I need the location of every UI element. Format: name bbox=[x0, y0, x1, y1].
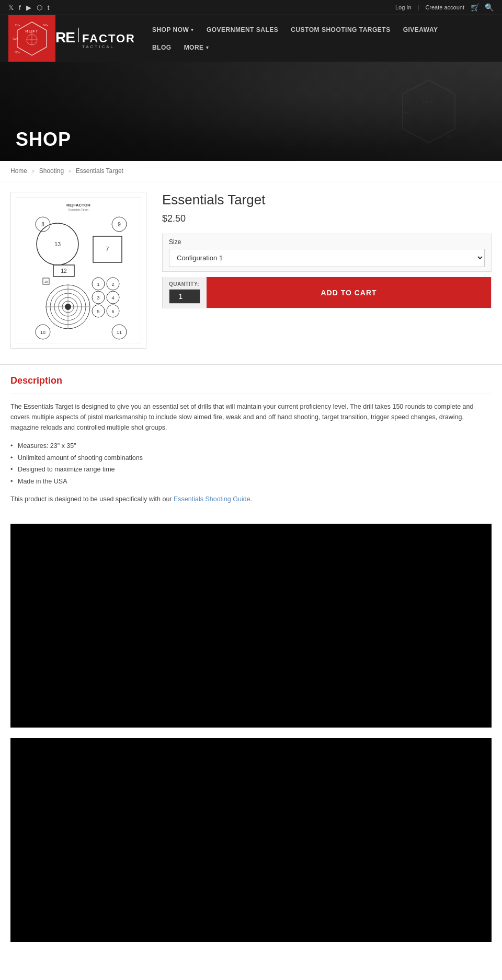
list-item: Measures: 23" x 35" bbox=[10, 440, 492, 452]
size-label: Size bbox=[169, 238, 485, 246]
svg-text:Essentials Target: Essentials Target bbox=[69, 208, 89, 211]
breadcrumb-sep-2: › bbox=[69, 167, 71, 175]
list-item: Made in the USA bbox=[10, 476, 492, 488]
size-select[interactable]: Configuration 1 Configuration 2 bbox=[169, 249, 485, 267]
svg-text:8: 8 bbox=[41, 222, 44, 227]
svg-text:NO₂: NO₂ bbox=[446, 134, 453, 138]
tumblr-icon[interactable]: t bbox=[48, 4, 50, 11]
nav-blog[interactable]: BLOG bbox=[146, 39, 178, 56]
add-to-cart-row: QUANTITY: ADD TO CART bbox=[162, 277, 492, 308]
product-image-box[interactable]: RE|FACTOR Essentials Target 13 8 9 7 bbox=[10, 192, 146, 349]
nav-giveaway[interactable]: GIVEAWAY bbox=[397, 21, 444, 39]
logo-text: RE FACTOR TACTICAL bbox=[55, 28, 135, 49]
logo-re: RE bbox=[55, 29, 75, 46]
svg-text:12: 12 bbox=[61, 268, 67, 274]
logo-area[interactable]: RE|FT CH₃ NO₂ O₂N NO₂ RE FACTOR TACTICAL bbox=[8, 15, 135, 62]
twitter-icon[interactable]: 𝕏 bbox=[8, 4, 14, 11]
svg-text:RE|FT: RE|FT bbox=[25, 29, 38, 33]
nav-row-2: BLOG MORE ▾ bbox=[146, 39, 494, 56]
essentials-guide-link[interactable]: Essentials Shooting Guide bbox=[174, 495, 250, 503]
svg-text:O₂N: O₂N bbox=[13, 37, 18, 40]
create-account-link[interactable]: Create account bbox=[425, 4, 464, 10]
nav-government-sales[interactable]: GOVERNMENT SALES bbox=[200, 21, 284, 39]
svg-text:NO₂: NO₂ bbox=[15, 51, 20, 54]
description-heading: Description bbox=[10, 375, 492, 386]
quantity-label: QUANTITY: bbox=[169, 281, 200, 287]
hero-banner: RE|FT CH₃ NO₂ O₂N NO₂ SHOP bbox=[0, 62, 502, 161]
svg-text:1: 1 bbox=[97, 282, 99, 287]
account-area: Log In | Create account 🛒 🔍 bbox=[395, 3, 494, 11]
logo-factor: FACTOR bbox=[82, 32, 135, 45]
list-item: Unlimited amount of shooting combination… bbox=[10, 452, 492, 464]
description-body: The Essentials Target is designed to giv… bbox=[10, 401, 492, 433]
svg-text:NO₂: NO₂ bbox=[43, 24, 48, 27]
note-prefix: This product is designed to be used spec… bbox=[10, 495, 174, 503]
svg-text:3: 3 bbox=[97, 295, 99, 301]
cart-search-icons: 🛒 🔍 bbox=[471, 3, 494, 11]
description-list: Measures: 23" x 35" Unlimited amount of … bbox=[10, 440, 492, 487]
hero-title: SHOP bbox=[0, 118, 87, 161]
login-link[interactable]: Log In bbox=[395, 4, 412, 10]
breadcrumb: Home › Shooting › Essentials Target bbox=[0, 161, 502, 181]
add-to-cart-button[interactable]: ADD TO CART bbox=[207, 277, 491, 308]
cart-icon[interactable]: 🛒 bbox=[471, 3, 480, 11]
top-bar: 𝕏 f ▶ ⬡ t Log In | Create account 🛒 🔍 bbox=[0, 0, 502, 15]
svg-text:NO₂: NO₂ bbox=[446, 87, 453, 91]
product-title: Essentials Target bbox=[162, 192, 492, 208]
svg-text:4: 4 bbox=[111, 295, 114, 301]
svg-text:RE|FT: RE|FT bbox=[423, 100, 435, 105]
chevron-down-icon: ▾ bbox=[191, 27, 194, 32]
breadcrumb-sep-1: › bbox=[32, 167, 34, 175]
description-section: Description The Essentials Target is des… bbox=[0, 364, 502, 513]
logo-box: RE|FT CH₃ NO₂ O₂N NO₂ bbox=[8, 15, 55, 62]
product-details: Essentials Target $2.50 Size Configurati… bbox=[162, 192, 492, 349]
quantity-section: QUANTITY: bbox=[163, 277, 207, 308]
logo-tactical: TACTICAL bbox=[82, 44, 135, 49]
main-content: RE|FACTOR Essentials Target 13 8 9 7 bbox=[0, 181, 502, 359]
nav-container: SHOP NOW ▾ GOVERNMENT SALES CUSTOM SHOOT… bbox=[146, 21, 494, 56]
breadcrumb-shooting[interactable]: Shooting bbox=[39, 167, 64, 175]
svg-text:11: 11 bbox=[117, 330, 122, 335]
nav-row-1: SHOP NOW ▾ GOVERNMENT SALES CUSTOM SHOOT… bbox=[146, 21, 494, 39]
nav-more[interactable]: MORE ▾ bbox=[178, 39, 215, 56]
nav-custom-shooting-targets[interactable]: CUSTOM SHOOTING TARGETS bbox=[284, 21, 396, 39]
separator: | bbox=[418, 4, 419, 10]
list-item: Designed to maximize range time bbox=[10, 464, 492, 476]
svg-text:10: 10 bbox=[40, 330, 45, 335]
svg-text:5: 5 bbox=[97, 309, 99, 314]
breadcrumb-current: Essentials Target bbox=[76, 167, 123, 175]
hero-watermark: RE|FT CH₃ NO₂ O₂N NO₂ bbox=[397, 77, 460, 145]
svg-text:13: 13 bbox=[54, 241, 61, 247]
svg-text:RE|FACTOR: RE|FACTOR bbox=[66, 203, 90, 207]
product-image-area: RE|FACTOR Essentials Target 13 8 9 7 bbox=[10, 192, 146, 349]
svg-text:9: 9 bbox=[118, 222, 121, 227]
svg-text:2: 2 bbox=[111, 282, 114, 287]
svg-text:7: 7 bbox=[106, 246, 109, 253]
facebook-icon[interactable]: f bbox=[19, 4, 21, 11]
svg-rect-15 bbox=[16, 197, 141, 343]
social-icons: 𝕏 f ▶ ⬡ t bbox=[8, 4, 49, 11]
nav-shop-now[interactable]: SHOP NOW ▾ bbox=[146, 21, 200, 39]
breadcrumb-home[interactable]: Home bbox=[10, 167, 27, 175]
chevron-down-icon-more: ▾ bbox=[206, 45, 209, 50]
svg-text:CH₃: CH₃ bbox=[15, 24, 19, 27]
youtube-icon[interactable]: ▶ bbox=[26, 4, 31, 11]
size-selector-wrap: Size Configuration 1 Configuration 2 bbox=[162, 234, 492, 272]
description-note: This product is designed to be used spec… bbox=[10, 495, 492, 503]
quantity-input[interactable] bbox=[169, 289, 200, 304]
video-section-1 bbox=[10, 524, 492, 728]
logo-svg: RE|FT CH₃ NO₂ O₂N NO₂ bbox=[11, 18, 53, 60]
search-icon[interactable]: 🔍 bbox=[485, 3, 494, 11]
note-suffix: . bbox=[250, 495, 252, 503]
svg-text:CH₃: CH₃ bbox=[404, 87, 411, 91]
svg-text:6: 6 bbox=[111, 309, 114, 314]
video-section-2 bbox=[10, 738, 492, 942]
svg-text:10: 10 bbox=[44, 280, 48, 283]
product-image-svg: RE|FACTOR Essentials Target 13 8 9 7 bbox=[16, 197, 141, 343]
header: RE|FT CH₃ NO₂ O₂N NO₂ RE FACTOR TACTICAL bbox=[0, 15, 502, 62]
svg-text:O₂N: O₂N bbox=[402, 111, 409, 114]
instagram-icon[interactable]: ⬡ bbox=[37, 4, 42, 11]
product-price: $2.50 bbox=[162, 213, 492, 224]
